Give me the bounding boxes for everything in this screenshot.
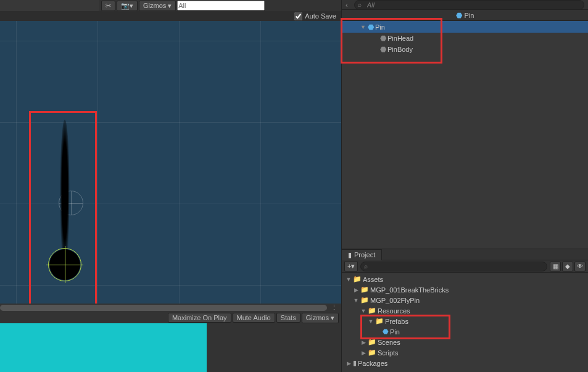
tree-label: Packages (358, 360, 387, 367)
scene-scrollbar[interactable]: ⋮ (0, 304, 341, 312)
tree-label: Scripts (378, 349, 399, 357)
tree-label: MGP_002FlyPin (370, 297, 420, 304)
autosave-label: Auto Save (305, 12, 336, 20)
annotation-box (360, 315, 450, 339)
scrollbar-thumb[interactable] (0, 305, 327, 311)
gizmos-dropdown[interactable]: Gizmos ▾ (139, 1, 176, 11)
scene-toolbar: ✂ 📷▾ Gizmos ▾ ⌕ (99, 0, 341, 11)
hidden-icon[interactable]: 👁 (574, 262, 586, 271)
hierarchy-toolbar: ‹ ⌕ (342, 0, 588, 10)
tree-label: Resources (378, 307, 410, 315)
hierarchy-search-input[interactable] (354, 0, 584, 10)
favorite-icon[interactable]: ◆ (562, 262, 573, 271)
tree-label: Scenes (378, 339, 400, 346)
project-tabs: ▮ Project (342, 249, 588, 260)
project-search[interactable]: ⌕ (360, 262, 547, 271)
back-icon[interactable]: ‹ (346, 1, 348, 9)
prefab-name: Pin (465, 12, 474, 19)
add-button[interactable]: +▾ (344, 261, 358, 271)
filter-icon[interactable]: ▦ (550, 262, 561, 271)
tab-label: Project (354, 251, 375, 258)
kebab-icon[interactable]: ⋮ (331, 304, 337, 312)
project-search-input[interactable] (360, 262, 547, 271)
stats-button[interactable]: Stats (276, 313, 300, 323)
search-icon: ⌕ (364, 263, 368, 270)
annotation-box (29, 111, 97, 304)
game-render (0, 323, 207, 372)
tree-item-packages[interactable]: ▶▮ Packages (342, 358, 588, 368)
tree-item-scripts[interactable]: ▶📁 Scripts (342, 347, 588, 358)
tree-label: MGP_001BreakTheBricks (370, 286, 449, 294)
prefab-icon: ⬣ (456, 11, 462, 20)
project-tab[interactable]: ▮ Project (342, 249, 382, 260)
autosave-row: Auto Save (0, 11, 341, 21)
project-tree[interactable]: ▼📁 Assets ▶📁 MGP_001BreakTheBricks ▼📁 MG… (342, 273, 588, 372)
camera-button[interactable]: 📷▾ (117, 1, 138, 11)
game-view[interactable] (0, 323, 341, 372)
annotation-box (341, 18, 442, 64)
game-toolbar: Maximize On Play Mute Audio Stats Gizmos… (0, 312, 341, 323)
project-toolbar: +▾ ⌕ ▦ ◆ 👁 (342, 260, 588, 273)
tree-item-assets[interactable]: ▼📁 Assets (342, 274, 588, 284)
autosave-checkbox[interactable] (294, 12, 302, 20)
scene-search[interactable]: ⌕ (177, 1, 339, 10)
tool-button[interactable]: ✂ (101, 1, 115, 11)
tree-label: Assets (363, 276, 383, 283)
hierarchy-search[interactable]: ⌕ (354, 0, 584, 10)
scene-view[interactable] (0, 21, 341, 304)
folder-icon: ▮ (348, 251, 352, 259)
game-gizmos-dropdown[interactable]: Gizmos ▾ (302, 313, 339, 323)
scene-search-input[interactable] (177, 1, 265, 10)
search-icon: ⌕ (358, 1, 362, 8)
hierarchy-panel[interactable]: ▼ ⬣ Pin ⬣ PinHead ⬣ PinBody (342, 21, 588, 249)
maximize-button[interactable]: Maximize On Play (168, 313, 231, 323)
mute-button[interactable]: Mute Audio (233, 313, 275, 323)
search-icon: ⌕ (181, 2, 184, 9)
tree-item-mgp001[interactable]: ▶📁 MGP_001BreakTheBricks (342, 284, 588, 295)
project-panel: ▮ Project +▾ ⌕ ▦ ◆ 👁 ▼📁 Ass (342, 249, 588, 372)
tree-item-mgp002[interactable]: ▼📁 MGP_002FlyPin (342, 295, 588, 305)
